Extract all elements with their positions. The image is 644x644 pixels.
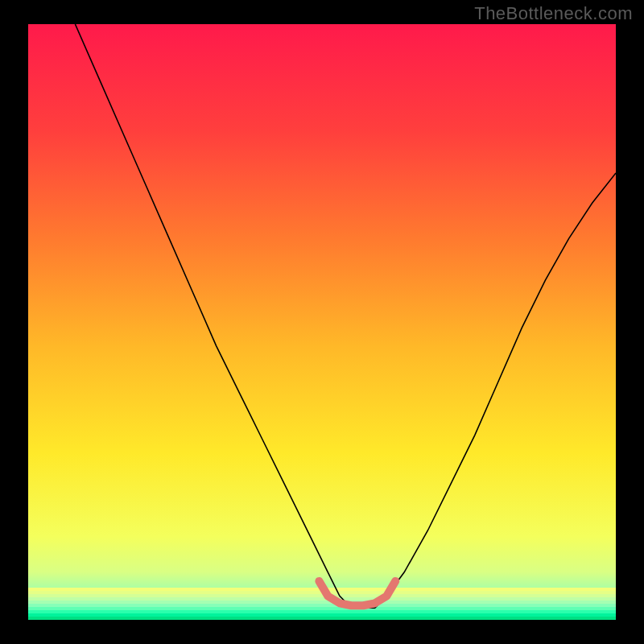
bottleneck-curve	[75, 24, 616, 608]
watermark-text: TheBottleneck.com	[474, 3, 633, 24]
chart-frame: { "watermark": "TheBottleneck.com", "col…	[0, 0, 644, 644]
accent-bottom-segment	[319, 581, 395, 605]
curve-layer	[28, 24, 616, 620]
plot-area	[28, 24, 616, 620]
